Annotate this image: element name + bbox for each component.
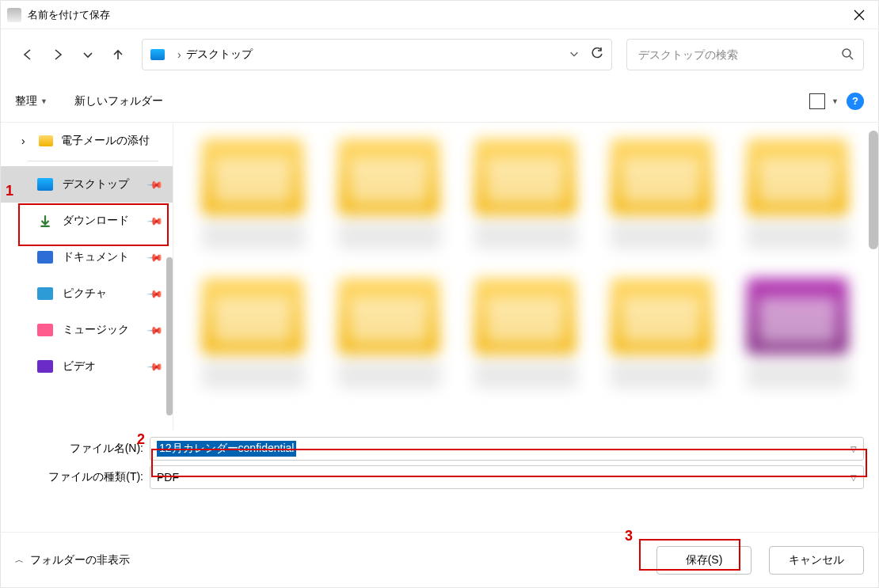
sidebar-item-label: ミュージック — [63, 323, 129, 337]
address-bar[interactable]: › デスクトップ — [142, 39, 612, 70]
fields: ファイル名(N): 12月カレンダーconfidential ▽ ファイルの種類… — [1, 430, 878, 491]
sidebar-item-videos[interactable]: ビデオ 📌 — [1, 348, 173, 385]
sidebar-item-label: ダウンロード — [63, 214, 129, 228]
pin-icon: 📌 — [146, 321, 164, 339]
filetype-select[interactable]: PDF ▽ — [150, 465, 864, 489]
recent-button[interactable] — [75, 42, 101, 67]
hide-folders-label: フォルダーの非表示 — [30, 553, 130, 567]
pictures-icon — [37, 287, 53, 300]
breadcrumb-location[interactable]: デスクトップ — [186, 47, 253, 62]
chevron-down-icon[interactable]: ▽ — [850, 473, 857, 482]
view-icon — [809, 93, 825, 109]
organize-label: 整理 — [15, 94, 37, 108]
content-pane[interactable] — [173, 123, 878, 430]
sidebar-item-desktop[interactable]: デスクトップ 📌 — [1, 166, 173, 203]
filename-value: 12月カレンダーconfidential — [157, 441, 296, 457]
sidebar: › 電子メールの添付 デスクトップ 📌 ダウンロード 📌 ドキュメント 📌 ピク… — [1, 123, 173, 430]
close-button[interactable] — [840, 1, 878, 29]
main-area: › 電子メールの添付 デスクトップ 📌 ダウンロード 📌 ドキュメント 📌 ピク… — [1, 123, 878, 430]
file-grid — [202, 138, 859, 389]
download-icon — [37, 214, 53, 227]
address-dropdown-button[interactable] — [569, 48, 580, 62]
dropdown-triangle-icon: ▼ — [40, 97, 48, 105]
desktop-icon — [150, 49, 165, 60]
arrow-right-icon — [51, 48, 64, 61]
folder-tile[interactable] — [202, 278, 305, 389]
pin-icon: 📌 — [146, 248, 164, 266]
view-menu[interactable]: ▼ — [809, 93, 839, 109]
sidebar-scrollbar[interactable] — [166, 257, 173, 415]
filetype-label: ファイルの種類(T): — [1, 470, 150, 484]
filename-label: ファイル名(N): — [1, 442, 150, 456]
tree-item-label: 電子メールの添付 — [61, 134, 150, 148]
sidebar-item-downloads[interactable]: ダウンロード 📌 — [1, 203, 173, 239]
content-scrollbar[interactable] — [869, 131, 878, 249]
title-bar: 名前を付けて保存 — [1, 1, 878, 29]
breadcrumb-separator-icon: › — [177, 48, 181, 61]
video-icon — [37, 360, 53, 373]
search-bar[interactable] — [626, 39, 864, 70]
hide-folders-button[interactable]: ︿ フォルダーの非表示 — [15, 553, 130, 567]
document-icon — [37, 251, 53, 264]
desktop-icon — [37, 178, 53, 191]
toolbar: 整理 ▼ 新しいフォルダー ▼ ? — [1, 80, 878, 123]
close-icon — [854, 9, 865, 21]
sidebar-item-label: デスクトップ — [63, 177, 129, 192]
folder-tile[interactable] — [202, 138, 305, 249]
dropdown-triangle-icon: ▼ — [831, 97, 839, 105]
sidebar-item-label: ピクチャ — [63, 286, 107, 301]
folder-tile[interactable] — [747, 138, 850, 249]
arrow-up-icon — [112, 48, 124, 61]
pin-icon: 📌 — [146, 212, 164, 230]
app-icon — [7, 8, 21, 22]
refresh-button[interactable] — [591, 47, 603, 63]
help-button[interactable]: ? — [847, 93, 864, 110]
refresh-icon — [591, 47, 603, 60]
back-button[interactable] — [15, 42, 40, 67]
chevron-down-icon — [569, 48, 580, 59]
pin-icon: 📌 — [146, 285, 164, 302]
folder-tile[interactable] — [474, 278, 577, 389]
organize-menu[interactable]: 整理 ▼ — [15, 94, 48, 108]
filename-input[interactable]: 12月カレンダーconfidential ▽ — [150, 437, 864, 461]
arrow-left-icon — [21, 48, 34, 61]
folder-tile[interactable] — [338, 138, 441, 249]
footer: ︿ フォルダーの非表示 保存(S) キャンセル — [1, 532, 878, 587]
chevron-right-icon: › — [21, 135, 31, 147]
music-icon — [37, 324, 53, 336]
svg-point-2 — [843, 49, 850, 57]
folder-icon — [39, 135, 53, 146]
sidebar-item-label: ビデオ — [63, 359, 96, 374]
search-input[interactable] — [637, 47, 841, 62]
save-button[interactable]: 保存(S) — [656, 546, 752, 575]
cancel-button[interactable]: キャンセル — [769, 546, 864, 575]
filetype-value: PDF — [157, 471, 179, 484]
chevron-down-icon — [82, 48, 94, 61]
chevron-down-icon[interactable]: ▽ — [850, 445, 857, 453]
forward-button[interactable] — [45, 42, 70, 67]
sidebar-item-documents[interactable]: ドキュメント 📌 — [1, 239, 173, 275]
sidebar-item-label: ドキュメント — [63, 250, 129, 264]
nav-row: › デスクトップ — [1, 29, 878, 80]
pin-icon: 📌 — [146, 176, 164, 193]
sidebar-item-pictures[interactable]: ピクチャ 📌 — [1, 275, 173, 312]
row-filename: ファイル名(N): 12月カレンダーconfidential ▽ — [1, 434, 878, 463]
folder-tile[interactable] — [611, 138, 713, 249]
folder-tile[interactable] — [474, 138, 577, 249]
row-filetype: ファイルの種類(T): PDF ▽ — [1, 463, 878, 491]
pin-icon: 📌 — [146, 358, 164, 375]
folder-tile[interactable] — [611, 278, 713, 389]
search-icon — [841, 47, 854, 63]
window-title: 名前を付けて保存 — [28, 8, 110, 22]
folder-tile[interactable] — [338, 278, 441, 389]
new-folder-button[interactable]: 新しいフォルダー — [74, 94, 163, 108]
folder-tile[interactable] — [747, 278, 850, 389]
sidebar-divider — [28, 161, 158, 161]
up-button[interactable] — [105, 42, 131, 67]
tree-item-mail-attachments[interactable]: › 電子メールの添付 — [1, 129, 173, 153]
sidebar-item-music[interactable]: ミュージック 📌 — [1, 312, 173, 348]
chevron-up-icon: ︿ — [15, 554, 24, 566]
svg-line-3 — [850, 56, 853, 59]
